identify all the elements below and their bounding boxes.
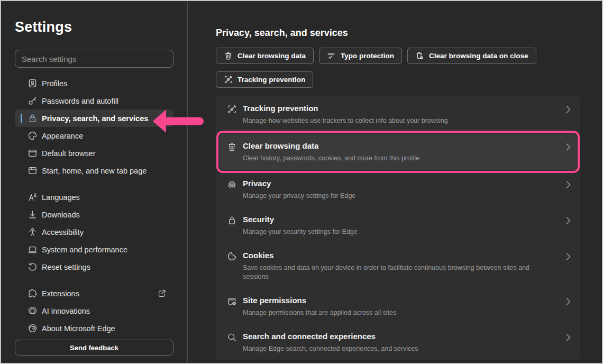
list-item-title: Tracking prevention <box>243 104 448 113</box>
list-item-title: Privacy <box>243 179 355 188</box>
monitor-icon <box>28 244 38 254</box>
list-item-tracking-prevention[interactable]: Tracking prevention Manage how websites … <box>216 96 580 132</box>
sidebar-item-label: Profiles <box>42 79 67 88</box>
chevron-right-icon <box>566 180 571 189</box>
tracking-prevention-icon <box>227 104 237 114</box>
sidebar-item-profiles[interactable]: Profiles <box>15 75 173 92</box>
button-label: Typo protection <box>341 52 394 60</box>
sidebar-item-ai-innovations[interactable]: AI innovations <box>15 302 173 320</box>
sidebar-item-label: Downloads <box>42 211 80 219</box>
page-title: Settings <box>15 19 187 35</box>
ai-innovations-icon <box>28 306 38 316</box>
trash-badge-icon <box>415 51 424 60</box>
list-item-description: Clear history, passwords, cookies, and m… <box>243 154 419 163</box>
download-icon <box>28 210 38 220</box>
sidebar-item-label: AI innovations <box>42 307 90 315</box>
tracking-prevention-icon <box>224 75 233 84</box>
svg-text:ABC: ABC <box>328 52 335 56</box>
reset-icon <box>28 262 38 272</box>
sidebar-item-privacy-search-services[interactable]: Privacy, search, and services <box>15 110 173 127</box>
list-item-description: Save cookies and data on your device in … <box>243 263 550 281</box>
search-icon <box>227 332 237 342</box>
sidebar-item-system-performance[interactable]: System and performance <box>15 241 173 258</box>
search-input[interactable] <box>15 50 173 68</box>
section-title: Privacy, search, and services <box>216 28 580 39</box>
chevron-right-icon <box>566 216 571 225</box>
trash-icon <box>224 51 233 60</box>
sidebar-item-label: Appearance <box>42 132 83 140</box>
send-feedback-button[interactable]: Send feedback <box>15 340 173 356</box>
cookie-icon <box>227 251 237 261</box>
list-item-title: Security <box>243 215 358 224</box>
sidebar-item-languages[interactable]: Languages <box>15 188 173 206</box>
sidebar-item-accessibility[interactable]: Accessibility <box>15 223 173 241</box>
edge-settings-window: Settings Profiles Passwords and autofill <box>0 0 603 364</box>
lock-icon <box>227 215 237 225</box>
sidebar-item-label: Reset settings <box>42 263 90 271</box>
list-item-privacy[interactable]: Privacy Manage your privacy settings for… <box>216 171 580 207</box>
sidebar-item-label: Extensions <box>42 289 79 298</box>
puzzle-icon <box>28 288 38 298</box>
chevron-right-icon <box>566 252 571 261</box>
chevron-right-icon <box>566 333 571 342</box>
palette-icon <box>28 131 38 141</box>
list-item-description: Manage your security settings for Edge <box>243 228 358 236</box>
button-label: Clear browsing data <box>237 52 306 60</box>
sidebar-item-downloads[interactable]: Downloads <box>15 206 173 223</box>
button-label: Clear browsing data on close <box>429 52 528 60</box>
sidebar-item-label: Privacy, search, and services <box>42 114 148 123</box>
list-item-title: Cookies <box>243 251 550 260</box>
browser-icon <box>28 148 38 158</box>
chevron-right-icon <box>566 143 571 151</box>
list-item-security[interactable]: Security Manage your security settings f… <box>216 207 580 243</box>
abc-check-icon: ABC <box>327 51 336 60</box>
sidebar-item-passwords[interactable]: Passwords and autofill <box>15 92 173 110</box>
sidebar-item-reset-settings[interactable]: Reset settings <box>15 258 173 276</box>
sidebar-item-label: Languages <box>42 193 80 202</box>
settings-list-card: Tracking prevention Manage how websites … <box>216 96 580 360</box>
list-item-clear-browsing-data[interactable]: Clear browsing data Clear history, passw… <box>220 134 577 170</box>
sidebar-item-appearance[interactable]: Appearance <box>15 127 173 144</box>
button-label: Tracking prevention <box>237 76 305 84</box>
typo-protection-button[interactable]: ABC Typo protection <box>319 48 402 64</box>
tracking-prevention-button[interactable]: Tracking prevention <box>216 71 313 88</box>
profiles-icon <box>28 78 38 88</box>
list-item-description: Manage Edge search, connected experience… <box>243 344 418 353</box>
sidebar-item-extensions[interactable]: Extensions <box>15 285 173 302</box>
list-item-site-permissions[interactable]: Site permissions Manage permissions that… <box>216 288 580 324</box>
settings-main-panel: Privacy, search, and services Clear brow… <box>188 1 602 363</box>
incognito-icon <box>227 179 237 189</box>
settings-sidebar: Settings Profiles Passwords and autofill <box>1 1 188 363</box>
chevron-right-icon <box>566 297 571 306</box>
list-item-description: Manage permissions that are applied acro… <box>243 308 396 317</box>
sidebar-nav: Profiles Passwords and autofill Privacy,… <box>1 75 187 337</box>
languages-icon <box>28 192 38 202</box>
trash-icon <box>227 142 237 152</box>
list-item-title: Search and connected experiences <box>243 332 418 341</box>
lock-icon <box>28 113 38 123</box>
list-item-title: Site permissions <box>243 296 396 305</box>
edge-logo-icon <box>28 323 38 333</box>
sidebar-item-start-home-newtab[interactable]: Start, home, and new tab page <box>15 162 173 179</box>
sidebar-item-about-edge[interactable]: About Microsoft Edge <box>15 320 173 337</box>
clear-browsing-data-on-close-button[interactable]: Clear browsing data on close <box>407 48 536 64</box>
key-icon <box>28 96 38 106</box>
list-item-description: Manage how websites use trackers to coll… <box>243 116 448 125</box>
shortcut-toolbar: Clear browsing data ABC Typo protection … <box>216 48 580 88</box>
sidebar-item-label: About Microsoft Edge <box>42 324 115 333</box>
sidebar-item-label: Passwords and autofill <box>42 97 118 105</box>
sidebar-item-default-browser[interactable]: Default browser <box>15 144 173 162</box>
site-permissions-icon <box>227 296 237 306</box>
list-item-description: Manage your privacy settings for Edge <box>243 192 355 201</box>
sidebar-item-label: System and performance <box>42 245 127 254</box>
sidebar-item-label: Start, home, and new tab page <box>42 167 147 175</box>
sidebar-item-label: Accessibility <box>42 228 84 236</box>
list-item-cookies[interactable]: Cookies Save cookies and data on your de… <box>216 243 580 288</box>
list-item-search-connected-experiences[interactable]: Search and connected experiences Manage … <box>216 324 580 360</box>
clear-browsing-data-button[interactable]: Clear browsing data <box>216 48 314 64</box>
chevron-right-icon <box>566 105 571 114</box>
selected-indicator <box>21 114 22 123</box>
sidebar-item-label: Default browser <box>42 149 96 158</box>
tab-page-icon <box>28 166 38 176</box>
accessibility-icon <box>28 227 38 237</box>
